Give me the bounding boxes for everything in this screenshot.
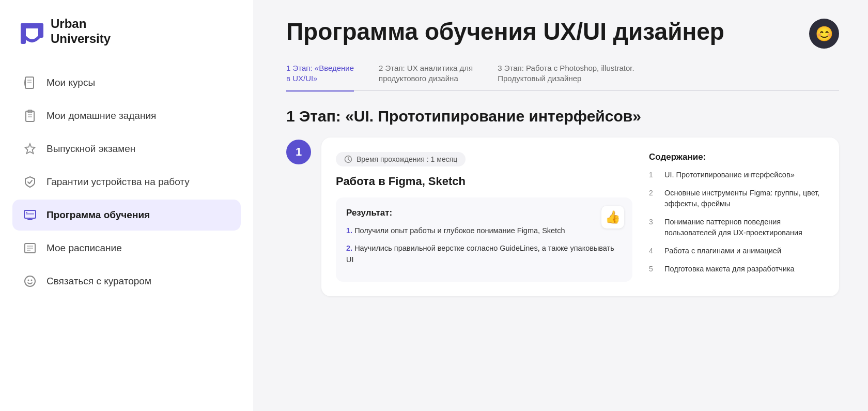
stage-row: 1 Время прохождения : 1 месяц Работа в F… <box>286 138 839 296</box>
sidebar-item-curator[interactable]: Связаться с куратором <box>12 266 241 297</box>
sidebar-item-program-label: Программа обучения <box>47 209 150 221</box>
svg-rect-2 <box>38 23 43 38</box>
avatar[interactable]: 😊 <box>809 19 839 49</box>
result-item-2: 2. Научились правильной верстке согласно… <box>346 243 622 266</box>
logo-icon <box>21 19 43 44</box>
logo-area: Urban University <box>0 17 253 67</box>
card-subtitle: Работа в Figma, Sketch <box>336 175 632 188</box>
star-icon <box>23 142 37 156</box>
svg-rect-3 <box>25 77 34 88</box>
sidebar-item-my-courses-label: Мои курсы <box>47 77 95 88</box>
svg-rect-15 <box>26 214 34 215</box>
svg-marker-10 <box>25 144 35 154</box>
svg-point-20 <box>25 276 35 286</box>
page-header: Программа обучения UX/UI дизайнер 😊 <box>286 19 839 49</box>
duration-text: Время прохождения : 1 месяц <box>357 155 457 163</box>
content-list: 1 UI. Прототипирование интерфейсов» 2 Ос… <box>649 170 825 275</box>
result-card: Результат: 👍 1. Получили опыт работы и г… <box>336 197 632 282</box>
sidebar-item-schedule-label: Мое расписание <box>47 242 122 254</box>
screen-icon <box>23 208 37 222</box>
list-item: 3 Понимание паттернов поведения пользова… <box>649 217 825 238</box>
duration-badge: Время прохождения : 1 месяц <box>336 152 466 166</box>
tab-stage2[interactable]: 2 Этап: UX аналитика для продуктового ди… <box>379 63 473 92</box>
stage-card: Время прохождения : 1 месяц Работа в Fig… <box>321 138 839 296</box>
main-content: Программа обучения UX/UI дизайнер 😊 1 Эт… <box>253 0 868 411</box>
list-icon <box>23 241 37 255</box>
list-item: 1 UI. Прототипирование интерфейсов» <box>649 170 825 180</box>
svg-point-21 <box>28 279 29 281</box>
list-item: 5 Подготовка макета для разработчика <box>649 264 825 275</box>
tab-stage3[interactable]: 3 Этап: Работа с Photoshop, illustrator.… <box>498 63 634 92</box>
thumbs-up-icon: 👍 <box>601 206 624 229</box>
sidebar-item-guarantee[interactable]: Гарантии устройства на работу <box>12 166 241 197</box>
sidebar: Urban University Мои курсы <box>0 0 253 411</box>
stage-number-bubble: 1 <box>286 140 311 164</box>
content-label: Содержание: <box>649 152 825 162</box>
book-icon <box>23 75 37 90</box>
clock-icon <box>344 155 352 163</box>
result-label: Результат: <box>346 208 622 218</box>
clipboard-icon <box>23 109 37 123</box>
card-right: Содержание: 1 UI. Прототипирование интер… <box>649 152 825 282</box>
sidebar-item-exam[interactable]: Выпускной экзамен <box>12 133 241 164</box>
page-title: Программа обучения UX/UI дизайнер <box>286 19 724 45</box>
list-item: 2 Основные инструменты Figma: группы, цв… <box>649 188 825 209</box>
tab-stage1[interactable]: 1 Этап: «Введение в UX/UI» <box>286 63 354 92</box>
sidebar-item-homework[interactable]: Мои домашние задания <box>12 100 241 131</box>
svg-line-25 <box>348 160 350 161</box>
list-item: 4 Работа с плагинами и анимацией <box>649 246 825 256</box>
logo-text: Urban University <box>51 17 111 47</box>
sidebar-item-curator-label: Связаться с куратором <box>47 276 151 287</box>
shield-icon <box>23 175 37 189</box>
sidebar-item-my-courses[interactable]: Мои курсы <box>12 67 241 98</box>
card-left: Время прохождения : 1 месяц Работа в Fig… <box>336 152 632 282</box>
sidebar-item-schedule[interactable]: Мое расписание <box>12 233 241 264</box>
tabs-bar: 1 Этап: «Введение в UX/UI» 2 Этап: UX ан… <box>286 63 839 91</box>
stage-title: 1 Этап: «UI. Прототипирование интерфейсо… <box>286 108 839 125</box>
svg-point-22 <box>31 279 33 281</box>
sidebar-nav: Мои курсы Мои домашние задания Выпуск <box>0 67 253 297</box>
sidebar-item-program[interactable]: Программа обучения <box>12 200 241 231</box>
sidebar-item-exam-label: Выпускной экзамен <box>47 143 135 155</box>
result-item-1: 1. Получили опыт работы и глубокое поним… <box>346 225 622 237</box>
sidebar-item-guarantee-label: Гарантии устройства на работу <box>47 176 190 188</box>
face-icon <box>23 274 37 288</box>
sidebar-item-homework-label: Мои домашние задания <box>47 110 156 121</box>
